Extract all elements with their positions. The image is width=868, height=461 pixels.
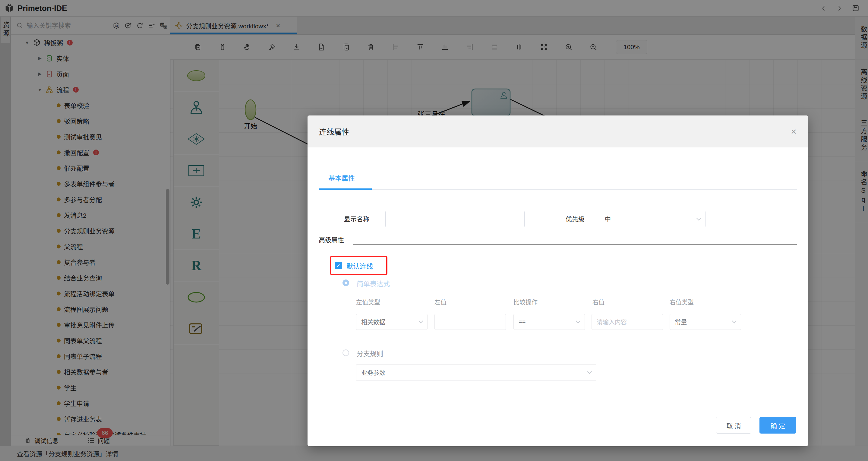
left-value-label: 左值	[434, 298, 446, 306]
chevron-down-icon	[576, 319, 581, 324]
tab-active-underline	[319, 188, 372, 190]
left-value-type-label: 左值类型	[356, 298, 380, 306]
default-line-checkbox[interactable]: ✓	[335, 262, 342, 269]
dialog-body: 基本属性 显示名称 优先级 中 高级属性 ✓ 默认连线 简单表达式 左值类型 左…	[308, 148, 808, 446]
edge-properties-dialog: 连线属性 × 基本属性 显示名称 优先级 中 高级属性 ✓ 默认连线 简单表达式…	[308, 116, 808, 446]
advanced-section-label: 高级属性	[319, 232, 344, 248]
tab-basic-properties[interactable]: 基本属性	[328, 173, 355, 182]
chevron-down-icon	[587, 369, 592, 374]
compare-op-select[interactable]: ==	[514, 314, 585, 330]
chevron-down-icon	[418, 319, 423, 324]
dialog-title: 连线属性	[319, 126, 349, 137]
right-value-label: 右值	[592, 298, 604, 306]
branch-rule-radio[interactable]	[342, 349, 349, 356]
priority-select[interactable]: 中	[600, 211, 706, 227]
left-value-type-select[interactable]: 相关数据	[356, 314, 428, 330]
tab-separator	[319, 189, 797, 190]
section-divider	[353, 244, 797, 245]
branch-rule-select[interactable]: 业务参数	[356, 364, 596, 381]
right-value-input[interactable]: 请输入内容	[592, 314, 663, 330]
simple-expression-label: 简单表达式	[356, 278, 390, 288]
close-icon[interactable]: ×	[791, 127, 797, 136]
compare-op-label: 比较操作	[514, 298, 537, 306]
priority-label: 优先级	[566, 211, 585, 227]
display-name-label: 显示名称	[344, 211, 369, 227]
left-value-input[interactable]	[434, 314, 506, 330]
right-value-type-select[interactable]: 常量	[670, 314, 741, 330]
chevron-down-icon	[696, 216, 701, 221]
chevron-down-icon	[732, 319, 737, 324]
display-name-input[interactable]	[385, 211, 525, 227]
simple-expression-radio[interactable]	[342, 279, 349, 286]
right-value-type-label: 右值类型	[670, 298, 694, 306]
default-line-label: 默认连线	[346, 261, 373, 271]
branch-rule-label: 分支规则	[356, 348, 383, 358]
highlight-box: ✓ 默认连线	[330, 256, 388, 275]
ok-button[interactable]: 确 定	[760, 417, 796, 434]
dialog-header: 连线属性 ×	[308, 116, 808, 148]
cancel-button[interactable]: 取 消	[716, 417, 751, 434]
